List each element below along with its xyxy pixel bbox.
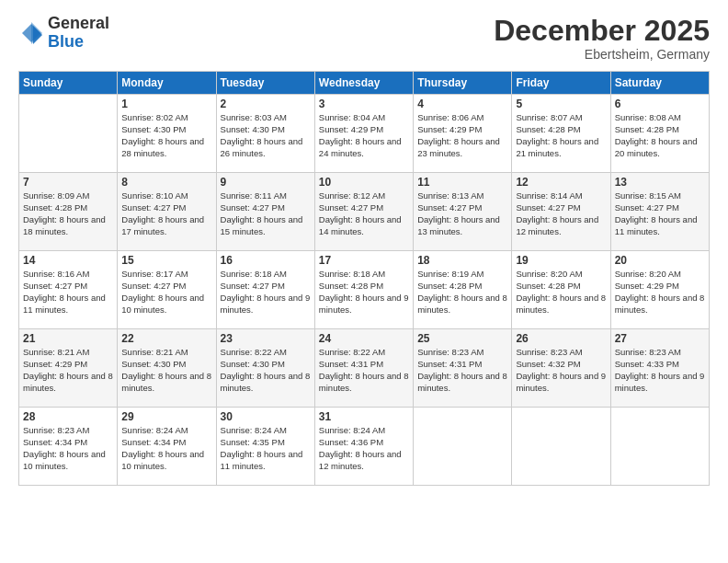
day-number: 8 (121, 176, 211, 189)
day-info: Sunrise: 8:13 AM Sunset: 4:27 PM Dayligh… (417, 190, 507, 237)
day-info: Sunrise: 8:14 AM Sunset: 4:27 PM Dayligh… (516, 190, 606, 237)
calendar-cell: 15Sunrise: 8:17 AM Sunset: 4:27 PM Dayli… (118, 251, 216, 329)
calendar-cell: 17Sunrise: 8:18 AM Sunset: 4:28 PM Dayli… (314, 251, 413, 329)
day-number: 20 (615, 254, 705, 267)
day-number: 16 (221, 254, 311, 267)
day-number: 22 (121, 332, 211, 345)
calendar-cell: 10Sunrise: 8:12 AM Sunset: 4:27 PM Dayli… (314, 173, 413, 251)
day-info: Sunrise: 8:10 AM Sunset: 4:27 PM Dayligh… (121, 190, 211, 237)
calendar-cell: 31Sunrise: 8:24 AM Sunset: 4:36 PM Dayli… (314, 408, 413, 486)
day-info: Sunrise: 8:23 AM Sunset: 4:34 PM Dayligh… (23, 425, 113, 472)
day-number: 23 (221, 332, 311, 345)
day-number: 2 (221, 98, 311, 110)
day-number: 18 (417, 254, 507, 267)
day-number: 10 (319, 176, 409, 189)
day-info: Sunrise: 8:18 AM Sunset: 4:28 PM Dayligh… (319, 269, 409, 316)
day-number: 15 (121, 254, 211, 267)
day-info: Sunrise: 8:07 AM Sunset: 4:28 PM Dayligh… (516, 112, 606, 159)
day-info: Sunrise: 8:24 AM Sunset: 4:36 PM Dayligh… (319, 425, 409, 472)
calendar-cell: 29Sunrise: 8:24 AM Sunset: 4:34 PM Dayli… (118, 408, 216, 486)
day-number: 29 (121, 410, 211, 423)
col-friday: Friday (512, 72, 610, 95)
day-info: Sunrise: 8:11 AM Sunset: 4:27 PM Dayligh… (221, 190, 311, 237)
day-info: Sunrise: 8:18 AM Sunset: 4:27 PM Dayligh… (221, 269, 311, 316)
calendar-cell: 12Sunrise: 8:14 AM Sunset: 4:27 PM Dayli… (512, 173, 610, 251)
day-number: 14 (23, 254, 113, 267)
day-info: Sunrise: 8:21 AM Sunset: 4:30 PM Dayligh… (121, 347, 211, 394)
day-info: Sunrise: 8:24 AM Sunset: 4:35 PM Dayligh… (221, 425, 311, 472)
calendar-cell: 13Sunrise: 8:15 AM Sunset: 4:27 PM Dayli… (610, 173, 709, 251)
logo-icon (18, 20, 44, 46)
calendar-cell: 28Sunrise: 8:23 AM Sunset: 4:34 PM Dayli… (19, 408, 118, 486)
day-number: 7 (23, 176, 113, 189)
day-info: Sunrise: 8:03 AM Sunset: 4:30 PM Dayligh… (221, 112, 311, 159)
day-number: 19 (516, 254, 606, 267)
calendar-cell: 24Sunrise: 8:22 AM Sunset: 4:31 PM Dayli… (314, 329, 413, 408)
calendar-cell (19, 95, 118, 173)
calendar-cell: 1Sunrise: 8:02 AM Sunset: 4:30 PM Daylig… (118, 95, 216, 173)
day-info: Sunrise: 8:17 AM Sunset: 4:27 PM Dayligh… (121, 269, 211, 316)
calendar-cell: 25Sunrise: 8:23 AM Sunset: 4:31 PM Dayli… (414, 329, 512, 408)
day-number: 4 (417, 98, 507, 110)
col-saturday: Saturday (610, 72, 709, 95)
col-monday: Monday (118, 72, 216, 95)
calendar-cell: 5Sunrise: 8:07 AM Sunset: 4:28 PM Daylig… (512, 95, 610, 173)
day-info: Sunrise: 8:12 AM Sunset: 4:27 PM Dayligh… (319, 190, 409, 237)
day-number: 5 (516, 98, 606, 110)
calendar-cell: 18Sunrise: 8:19 AM Sunset: 4:28 PM Dayli… (414, 251, 512, 329)
day-number: 25 (417, 332, 507, 345)
day-number: 26 (516, 332, 606, 345)
header-row: Sunday Monday Tuesday Wednesday Thursday… (19, 72, 710, 95)
logo: General Blue (18, 15, 109, 52)
calendar-cell: 27Sunrise: 8:23 AM Sunset: 4:33 PM Dayli… (610, 329, 709, 408)
day-number: 24 (319, 332, 409, 345)
day-number: 28 (23, 410, 113, 423)
day-number: 27 (615, 332, 705, 345)
day-number: 30 (221, 410, 311, 423)
day-info: Sunrise: 8:21 AM Sunset: 4:29 PM Dayligh… (23, 347, 113, 394)
calendar-cell: 21Sunrise: 8:21 AM Sunset: 4:29 PM Dayli… (19, 329, 118, 408)
calendar-cell: 19Sunrise: 8:20 AM Sunset: 4:28 PM Dayli… (512, 251, 610, 329)
calendar-cell: 14Sunrise: 8:16 AM Sunset: 4:27 PM Dayli… (19, 251, 118, 329)
day-info: Sunrise: 8:23 AM Sunset: 4:33 PM Dayligh… (615, 347, 705, 394)
col-thursday: Thursday (414, 72, 512, 95)
day-number: 13 (615, 176, 705, 189)
day-info: Sunrise: 8:06 AM Sunset: 4:29 PM Dayligh… (417, 112, 507, 159)
day-number: 3 (319, 98, 409, 110)
calendar-cell: 16Sunrise: 8:18 AM Sunset: 4:27 PM Dayli… (216, 251, 314, 329)
calendar-cell: 20Sunrise: 8:20 AM Sunset: 4:29 PM Dayli… (610, 251, 709, 329)
day-info: Sunrise: 8:15 AM Sunset: 4:27 PM Dayligh… (615, 190, 705, 237)
day-number: 9 (221, 176, 311, 189)
calendar-header: Sunday Monday Tuesday Wednesday Thursday… (19, 72, 710, 95)
logo-general: General (48, 14, 109, 32)
month-title: December 2025 (494, 15, 710, 47)
day-number: 17 (319, 254, 409, 267)
logo-text: General Blue (48, 15, 109, 52)
header: General Blue December 2025 Ebertsheim, G… (18, 15, 710, 62)
calendar-cell: 30Sunrise: 8:24 AM Sunset: 4:35 PM Dayli… (216, 408, 314, 486)
col-sunday: Sunday (19, 72, 118, 95)
day-number: 1 (121, 98, 211, 110)
calendar-week-2: 14Sunrise: 8:16 AM Sunset: 4:27 PM Dayli… (19, 251, 710, 329)
day-info: Sunrise: 8:20 AM Sunset: 4:28 PM Dayligh… (516, 269, 606, 316)
calendar-cell: 4Sunrise: 8:06 AM Sunset: 4:29 PM Daylig… (414, 95, 512, 173)
page: General Blue December 2025 Ebertsheim, G… (0, 0, 728, 563)
day-info: Sunrise: 8:04 AM Sunset: 4:29 PM Dayligh… (319, 112, 409, 159)
day-info: Sunrise: 8:23 AM Sunset: 4:32 PM Dayligh… (516, 347, 606, 394)
calendar-week-0: 1Sunrise: 8:02 AM Sunset: 4:30 PM Daylig… (19, 95, 710, 173)
title-block: December 2025 Ebertsheim, Germany (494, 15, 710, 62)
calendar-table: Sunday Monday Tuesday Wednesday Thursday… (18, 71, 710, 486)
day-info: Sunrise: 8:24 AM Sunset: 4:34 PM Dayligh… (121, 425, 211, 472)
calendar-cell: 3Sunrise: 8:04 AM Sunset: 4:29 PM Daylig… (314, 95, 413, 173)
col-tuesday: Tuesday (216, 72, 314, 95)
calendar-cell (414, 408, 512, 486)
day-info: Sunrise: 8:22 AM Sunset: 4:31 PM Dayligh… (319, 347, 409, 394)
calendar-cell: 2Sunrise: 8:03 AM Sunset: 4:30 PM Daylig… (216, 95, 314, 173)
calendar-week-3: 21Sunrise: 8:21 AM Sunset: 4:29 PM Dayli… (19, 329, 710, 408)
logo-blue: Blue (48, 32, 84, 51)
day-info: Sunrise: 8:22 AM Sunset: 4:30 PM Dayligh… (221, 347, 311, 394)
day-info: Sunrise: 8:20 AM Sunset: 4:29 PM Dayligh… (615, 269, 705, 316)
day-info: Sunrise: 8:02 AM Sunset: 4:30 PM Dayligh… (121, 112, 211, 159)
day-number: 6 (615, 98, 705, 110)
day-info: Sunrise: 8:16 AM Sunset: 4:27 PM Dayligh… (23, 269, 113, 316)
